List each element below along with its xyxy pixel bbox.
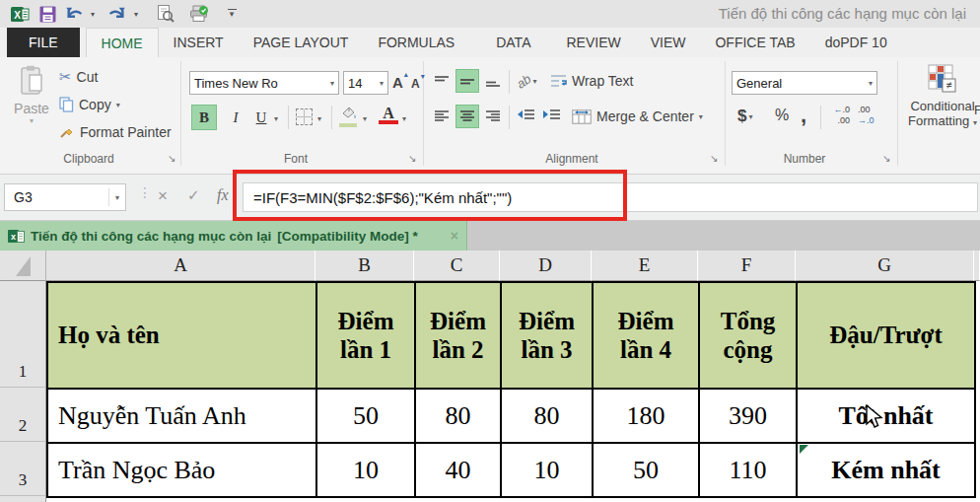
column-header-f[interactable]: F <box>698 251 796 281</box>
increase-font-size-button[interactable]: A▴ <box>392 70 408 94</box>
cell-f3[interactable]: 110 <box>700 444 798 498</box>
formula-input[interactable]: =IF(F3=MIN($F$2:$F$6);"Kém nhất";"") <box>243 182 978 212</box>
copy-button[interactable]: Copy ▾ <box>59 93 120 116</box>
column-header-e[interactable]: E <box>592 251 698 281</box>
redo-button[interactable] <box>106 4 126 24</box>
increase-decimal-button[interactable]: ←←.0.0 .00 <box>828 105 850 126</box>
save-button[interactable] <box>37 4 57 24</box>
percent-style-button[interactable]: % <box>775 107 789 124</box>
column-header-a[interactable]: A <box>46 251 315 281</box>
decrease-decimal-button[interactable]: .00 →.0 <box>858 105 879 126</box>
tab-insert[interactable]: INSERT <box>159 28 239 57</box>
cell-f1[interactable]: Tổng cộng <box>700 283 798 390</box>
select-all-button[interactable] <box>0 251 46 281</box>
align-right-button[interactable] <box>481 105 505 128</box>
font-name-combo[interactable]: Times New Ro ▾ <box>189 71 339 95</box>
cell-g1[interactable]: Đậu/Trượt <box>798 283 976 390</box>
decrease-indent-button[interactable] <box>517 108 535 126</box>
conditional-formatting-button[interactable]: ≠ Conditional Formatting ▾ <box>903 63 980 128</box>
row-header-2[interactable]: 2 <box>0 388 46 442</box>
paste-button[interactable]: Paste ▾ <box>8 63 55 148</box>
fill-color-button[interactable] <box>339 106 359 127</box>
underline-button[interactable]: U <box>248 105 274 130</box>
row-header-3[interactable]: 3 <box>0 442 46 496</box>
top-align-button[interactable] <box>430 69 454 93</box>
tab-office-tab[interactable]: OFFICE TAB <box>700 28 809 57</box>
accounting-format-button[interactable]: $ ▾ <box>737 105 752 128</box>
font-color-caret-icon[interactable]: ▾ <box>402 114 406 123</box>
cell-e3[interactable]: 50 <box>594 444 700 498</box>
number-dialog-launcher[interactable]: ↘ <box>882 153 890 164</box>
column-header-c[interactable]: C <box>414 251 500 281</box>
increase-indent-button[interactable] <box>542 108 561 126</box>
name-box[interactable]: G3 ▾ <box>4 183 126 211</box>
cancel-button[interactable]: × <box>158 186 168 206</box>
customize-qat-button[interactable]: ▾ <box>225 7 239 21</box>
column-header-b[interactable]: B <box>315 251 414 281</box>
cell-a3[interactable]: Trần Ngọc Bảo <box>48 444 317 498</box>
formula-bar-drag-dots-icon[interactable]: ⋮ <box>138 184 152 200</box>
borders-button[interactable] <box>296 108 313 125</box>
cell-e1[interactable]: Điểm lần 4 <box>594 283 700 390</box>
undo-caret-icon[interactable]: ▾ <box>91 10 95 19</box>
cell-b2[interactable]: 50 <box>317 390 416 444</box>
cell-d1[interactable]: Điểm lần 3 <box>502 283 594 390</box>
wrap-text-button[interactable]: Wrap Text <box>550 69 634 93</box>
quick-print-button[interactable] <box>189 4 209 24</box>
comma-style-button[interactable]: , <box>801 103 806 128</box>
bold-button[interactable]: B <box>191 105 217 130</box>
row-header-1[interactable]: 1 <box>0 281 46 388</box>
cell-c1[interactable]: Điểm lần 2 <box>416 283 502 390</box>
cell-f2[interactable]: 390 <box>700 390 798 444</box>
font-color-button[interactable]: A <box>379 105 398 124</box>
cell-e2[interactable]: 180 <box>594 390 700 444</box>
column-header-d[interactable]: D <box>500 251 592 281</box>
cell-d3[interactable]: 10 <box>502 444 594 498</box>
cell-a2[interactable]: Nguyễn Tuấn Anh <box>48 390 317 444</box>
table-row-1: Họ và tên Điểm lần 1 Điểm lần 2 Điểm lần… <box>48 283 976 390</box>
enter-button[interactable]: ✓ <box>187 186 200 204</box>
orientation-button[interactable]: ab ▾ <box>517 69 536 93</box>
cell-b1[interactable]: Điểm lần 1 <box>317 283 416 390</box>
font-dialog-launcher[interactable]: ↘ <box>408 153 416 164</box>
cell-g2[interactable]: Tốt nhất <box>798 390 976 444</box>
center-button[interactable] <box>455 105 479 128</box>
undo-button[interactable] <box>65 4 85 24</box>
cut-button[interactable]: ✂ Cut <box>59 65 98 89</box>
italic-button[interactable]: I <box>223 105 248 130</box>
redo-caret-icon[interactable]: ▾ <box>134 10 138 19</box>
document-tab[interactable]: x Tiến độ thi công các hạng mục còn lại … <box>0 221 467 251</box>
tab-view[interactable]: VIEW <box>636 28 701 57</box>
tab-page-layout[interactable]: PAGE LAYOUT <box>239 28 364 57</box>
middle-align-button[interactable] <box>455 69 479 93</box>
align-left-button[interactable] <box>430 105 454 128</box>
format-painter-button[interactable]: Format Painter <box>59 120 172 144</box>
borders-caret-icon[interactable]: ▾ <box>317 114 321 123</box>
cell-b3[interactable]: 10 <box>317 444 416 498</box>
underline-caret-icon[interactable]: ▾ <box>274 114 278 123</box>
decrease-font-size-button[interactable]: A▾ <box>411 72 425 96</box>
fill-color-caret-icon[interactable]: ▾ <box>363 114 367 123</box>
bottom-align-button[interactable] <box>481 69 505 93</box>
alignment-dialog-launcher[interactable]: ↘ <box>710 153 718 164</box>
tab-dopdf[interactable]: doPDF 10 <box>810 28 902 57</box>
tab-data[interactable]: DATA <box>481 28 545 57</box>
tab-formulas[interactable]: FORMULAS <box>363 28 469 57</box>
insert-function-button[interactable]: fx <box>217 186 229 204</box>
name-box-caret-icon[interactable]: ▾ <box>109 193 125 202</box>
cell-a1[interactable]: Họ và tên <box>48 283 317 390</box>
tab-home[interactable]: HOME <box>86 28 159 57</box>
tab-file[interactable]: FILE <box>7 28 80 57</box>
tab-review[interactable]: REVIEW <box>551 28 635 57</box>
print-preview-button[interactable] <box>156 4 175 24</box>
font-size-combo[interactable]: 14 ▾ <box>343 71 388 95</box>
number-format-combo[interactable]: General ▾ <box>732 71 877 95</box>
column-header-g[interactable]: G <box>796 251 974 281</box>
merge-center-button[interactable]: Merge & Center ▾ <box>572 105 703 128</box>
cell-c2[interactable]: 80 <box>416 390 502 444</box>
clipboard-dialog-launcher[interactable]: ↘ <box>168 153 175 164</box>
cell-c3[interactable]: 40 <box>416 444 502 498</box>
cell-g3[interactable]: Kém nhất <box>798 444 976 498</box>
cell-d2[interactable]: 80 <box>502 390 594 444</box>
document-tab-close-icon[interactable]: × <box>451 228 458 244</box>
